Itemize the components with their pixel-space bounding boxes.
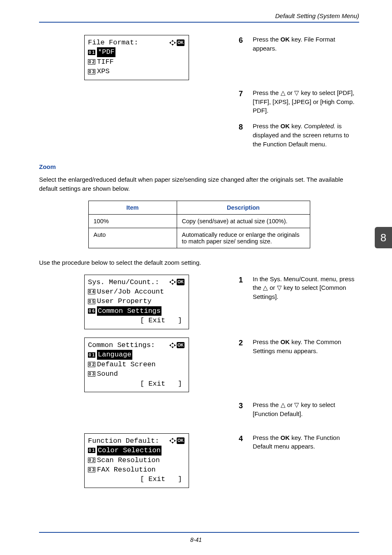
table-cell: Automatically reduce or enlarge the orig… [177, 228, 310, 248]
lcd-item: 0 3FAX Resolution [88, 465, 184, 474]
nav-ok-icon: OK [169, 39, 184, 46]
step-text: Press the OK key. The Function Default m… [253, 433, 359, 451]
zoom-th-desc: Description [177, 201, 310, 214]
step-text: In the Sys. Menu/Count. menu, press the … [253, 275, 359, 301]
step-number: 2 [239, 338, 246, 356]
step-list-a-bottom: 7Press the △ or ▽ key to select [PDF], [… [239, 88, 359, 155]
running-header: Default Setting (System Menu) [39, 12, 359, 19]
svg-marker-4 [171, 279, 174, 281]
step-text: Press the OK key. Completed. is displaye… [253, 122, 359, 148]
svg-marker-1 [171, 44, 174, 46]
step-text: Press the △ or ▽ key to select [Function… [253, 400, 359, 419]
header-rule [39, 22, 359, 23]
ok-icon: OK [177, 279, 184, 285]
lcd-common-settings: Common Settings: OK 0 1Language0 2Defaul… [84, 338, 189, 392]
page-footer: 8-41 [0, 532, 392, 543]
svg-marker-13 [171, 442, 174, 444]
lcd-list: 0 4User/Job Account0 5User Property0 6Co… [88, 287, 184, 316]
svg-marker-14 [169, 439, 171, 442]
lcd-item: 0 3XPS [88, 67, 184, 76]
zoom-table: Item Description 100%Copy (send/save) at… [88, 201, 310, 248]
step: 2Press the OK key. The Common Settings m… [239, 338, 359, 356]
table-row: AutoAutomatically reduce or enlarge the … [88, 228, 310, 248]
step-1: 1In the Sys. Menu/Count. menu, press the… [239, 275, 359, 308]
zoom-heading: Zoom [39, 163, 359, 170]
step: 8Press the OK key. Completed. is display… [239, 122, 359, 148]
step: 7Press the △ or ▽ key to select [PDF], [… [239, 88, 359, 115]
step-text: Press the OK key. The Common Settings me… [253, 338, 359, 356]
step: 4Press the OK key. The Function Default … [239, 433, 359, 451]
step-number: 4 [239, 433, 246, 451]
lcd-list: 0 1*PDF0 2TIFF0 3XPS [88, 47, 184, 76]
svg-marker-8 [171, 342, 174, 344]
lcd-item: 0 1*PDF [88, 47, 184, 57]
svg-marker-15 [174, 439, 176, 442]
zoom-intro: Select the enlarged/reduced default when… [39, 175, 359, 193]
step-text: Press the △ or ▽ key to select [PDF], [T… [253, 88, 359, 115]
lcd-item: 0 2TIFF [88, 57, 184, 67]
svg-marker-0 [171, 40, 174, 42]
chapter-tab: 8 [375, 227, 392, 248]
lcd-item: 0 5User Property [88, 296, 184, 306]
step-list-a-top: 6Press the OK key. File Format appears. [239, 35, 359, 60]
step: 6Press the OK key. File Format appears. [239, 35, 359, 53]
step-number: 6 [239, 35, 246, 53]
svg-marker-9 [171, 347, 174, 348]
lcd-exit: [ Exit ] [88, 474, 184, 484]
step-4: 4Press the OK key. The Function Default … [239, 433, 359, 458]
svg-marker-11 [174, 344, 176, 347]
svg-marker-7 [174, 281, 176, 283]
nav-ok-icon: OK [169, 342, 184, 349]
page-number: 8-41 [190, 536, 202, 543]
lcd-item: 0 2Default Screen [88, 360, 184, 369]
lcd-item: 0 2Scan Resolution [88, 456, 184, 465]
svg-marker-2 [169, 42, 171, 44]
svg-marker-10 [169, 344, 171, 347]
lcd-title: Common Settings: [88, 340, 155, 350]
step-2: 2Press the OK key. The Common Settings m… [239, 338, 359, 362]
lcd-title: File Format: [88, 38, 138, 47]
step-number: 1 [239, 275, 246, 301]
table-cell: Auto [88, 228, 177, 248]
ok-icon: OK [177, 342, 184, 349]
lcd-item: 0 3Sound [88, 369, 184, 379]
lcd-title: Function Default: [88, 436, 159, 446]
table-row: 100%Copy (send/save) at actual size (100… [88, 214, 310, 228]
table-cell: 100% [88, 214, 177, 228]
step-number: 8 [239, 122, 246, 148]
zoom-lead: Use the procedure below to select the de… [39, 258, 359, 267]
step-number: 3 [239, 400, 246, 419]
table-cell: Copy (send/save) at actual size (100%). [177, 214, 310, 228]
nav-ok-icon: OK [169, 437, 184, 444]
lcd-item: 0 6Common Settings [88, 306, 184, 316]
zoom-th-item: Item [88, 201, 177, 214]
svg-marker-6 [169, 281, 171, 283]
step-number: 7 [239, 88, 246, 115]
zoom-table-body: 100%Copy (send/save) at actual size (100… [88, 214, 310, 248]
svg-marker-3 [174, 42, 176, 44]
lcd-sys-menu: Sys. Menu/Count.: OK 0 4User/Job Account… [84, 275, 189, 329]
lcd-function-default: Function Default: OK 0 1Color Selection0… [84, 433, 189, 488]
step: 1In the Sys. Menu/Count. menu, press the… [239, 275, 359, 301]
lcd-exit: [ Exit ] [88, 316, 184, 325]
step-3: 3Press the △ or ▽ key to select [Functio… [239, 400, 359, 425]
nav-ok-icon: OK [169, 279, 184, 285]
lcd-file-format: File Format: OK 0 1*PDF0 2TIFF0 3XPS [84, 35, 189, 80]
lcd-list: 0 1Color Selection0 2Scan Resolution0 3F… [88, 446, 184, 474]
lcd-item: 0 4User/Job Account [88, 287, 184, 296]
step-text: Press the OK key. File Format appears. [253, 35, 359, 53]
svg-marker-5 [171, 283, 174, 285]
lcd-exit: [ Exit ] [88, 379, 184, 388]
lcd-title: Sys. Menu/Count.: [88, 278, 159, 287]
lcd-item: 0 1Color Selection [88, 446, 184, 455]
step: 3Press the △ or ▽ key to select [Functio… [239, 400, 359, 419]
lcd-list: 0 1Language0 2Default Screen0 3Sound [88, 350, 184, 379]
svg-marker-12 [171, 438, 174, 439]
ok-icon: OK [177, 437, 184, 444]
ok-icon: OK [177, 39, 184, 46]
lcd-item: 0 1Language [88, 350, 184, 359]
